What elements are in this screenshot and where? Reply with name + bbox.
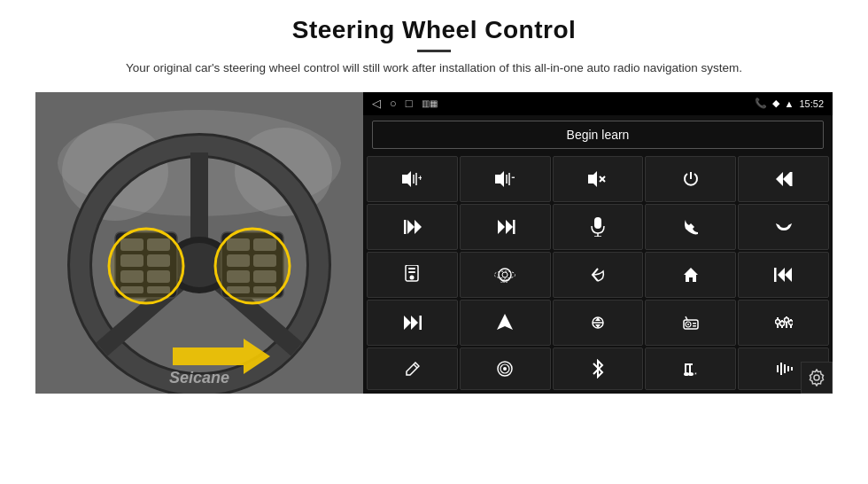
vol-down-button[interactable]: −: [460, 156, 551, 202]
svg-point-89: [784, 317, 788, 322]
svg-rect-59: [408, 271, 415, 273]
mute-button[interactable]: [553, 156, 644, 202]
svg-marker-49: [415, 220, 422, 234]
svg-rect-58: [408, 268, 415, 269]
edit-button[interactable]: [367, 347, 458, 390]
svg-marker-45: [783, 172, 790, 186]
content-area: Seicane ◁ ○ □ ▥▦ 📞 ◆ ▲ 15:52: [35, 92, 833, 411]
svg-text:−: −: [511, 171, 515, 183]
status-right-icons: 📞 ◆ ▲ 15:52: [755, 98, 824, 109]
skip-forward-button[interactable]: [460, 204, 551, 250]
svg-point-107: [814, 375, 819, 380]
home-button[interactable]: [645, 252, 736, 298]
svg-rect-95: [685, 363, 693, 365]
svg-marker-37: [495, 171, 504, 187]
svg-text:*: *: [694, 371, 697, 378]
phone-status-icon: 📞: [755, 98, 767, 109]
status-bar: ◁ ○ □ ▥▦ 📞 ◆ ▲ 15:52: [363, 92, 833, 115]
begin-learn-row: Begin learn: [363, 115, 833, 154]
page-title: Steering Wheel Control: [126, 16, 742, 44]
svg-marker-65: [684, 268, 698, 282]
mic-button[interactable]: [553, 204, 644, 250]
head-unit-display: ◁ ○ □ ▥▦ 📞 ◆ ▲ 15:52 Begin learn: [363, 92, 833, 394]
title-section: Steering Wheel Control Your original car…: [126, 16, 742, 78]
clock: 15:52: [799, 98, 824, 109]
svg-text:+: +: [418, 174, 422, 183]
svg-point-88: [779, 321, 784, 325]
svg-marker-72: [497, 314, 513, 330]
svg-line-91: [414, 364, 417, 368]
recents-nav-icon[interactable]: □: [406, 97, 413, 110]
svg-point-29: [109, 229, 183, 303]
next-track-button[interactable]: [367, 204, 458, 250]
svg-point-94: [503, 367, 507, 371]
signal-strength-icon: ▲: [785, 98, 794, 109]
svg-point-87: [775, 319, 779, 324]
app-button[interactable]: [367, 252, 458, 298]
svg-rect-96: [689, 363, 691, 373]
wifi-icon: ◆: [772, 98, 779, 109]
equalizer-button[interactable]: [738, 300, 829, 346]
title-divider: [417, 50, 451, 52]
svg-text:Seicane: Seicane: [169, 369, 229, 386]
phone-call-button[interactable]: [645, 204, 736, 250]
bluetooth-button[interactable]: [553, 347, 644, 390]
steering-wheel-image: Seicane: [35, 92, 363, 394]
svg-rect-81: [693, 323, 696, 324]
svg-point-30: [215, 229, 290, 303]
svg-marker-52: [506, 220, 513, 234]
back-nav-icon[interactable]: ◁: [372, 97, 381, 110]
svg-marker-68: [785, 268, 792, 282]
svg-marker-44: [776, 172, 783, 186]
svg-rect-53: [513, 220, 515, 234]
subtitle-text: Your original car's steering wheel contr…: [126, 59, 742, 78]
svg-rect-82: [693, 325, 696, 327]
steering-bg: Seicane: [35, 92, 363, 394]
svg-rect-46: [790, 172, 793, 186]
record-button[interactable]: [460, 347, 551, 390]
page-container: Steering Wheel Control Your original car…: [0, 0, 868, 484]
svg-rect-47: [404, 220, 407, 234]
svg-point-80: [687, 324, 689, 325]
status-nav-icons: ◁ ○ □ ▥▦: [372, 97, 438, 110]
controls-grid: + −: [363, 154, 833, 394]
music-button[interactable]: *: [645, 347, 736, 390]
prev-track-button[interactable]: [738, 156, 829, 202]
fast-forward-button[interactable]: [367, 300, 458, 346]
svg-rect-71: [420, 316, 422, 330]
svg-marker-70: [411, 316, 418, 330]
camera-360-button[interactable]: 360°: [460, 252, 551, 298]
rewind-button[interactable]: [738, 252, 829, 298]
svg-marker-51: [498, 220, 505, 234]
navigate-button[interactable]: [460, 300, 551, 346]
switch-button[interactable]: [553, 300, 644, 346]
power-button[interactable]: [645, 156, 736, 202]
svg-point-60: [410, 275, 415, 279]
gear-settings-button[interactable]: [801, 362, 833, 394]
svg-point-90: [788, 320, 793, 324]
hang-up-button[interactable]: [738, 204, 829, 250]
vol-up-button[interactable]: +: [367, 156, 458, 202]
svg-rect-66: [774, 268, 777, 282]
svg-rect-54: [594, 217, 601, 229]
svg-marker-69: [404, 316, 411, 330]
svg-marker-41: [588, 171, 597, 187]
svg-marker-33: [402, 171, 411, 187]
radio-button[interactable]: [645, 300, 736, 346]
back-button[interactable]: [553, 252, 644, 298]
svg-text:360°: 360°: [500, 278, 509, 284]
svg-point-62: [502, 272, 508, 277]
svg-rect-97: [685, 365, 686, 373]
svg-marker-67: [778, 268, 785, 282]
svg-marker-48: [407, 220, 415, 234]
home-nav-icon[interactable]: ○: [390, 97, 397, 110]
svg-point-99: [688, 372, 694, 376]
begin-learn-button[interactable]: Begin learn: [372, 121, 824, 149]
signal-icon: ▥▦: [422, 98, 438, 108]
